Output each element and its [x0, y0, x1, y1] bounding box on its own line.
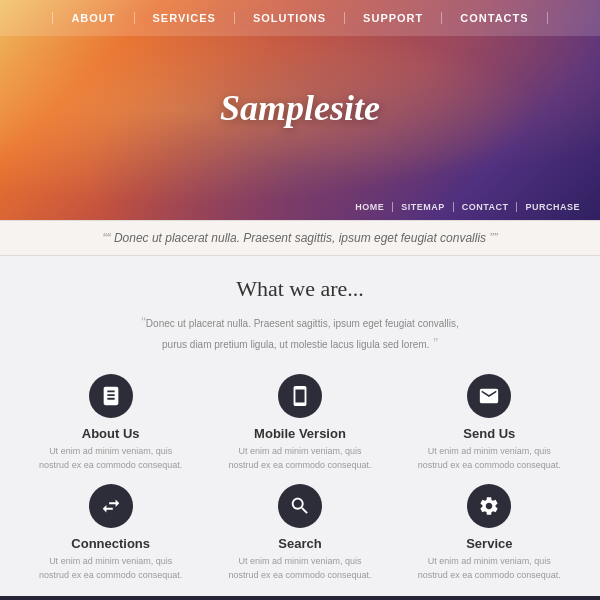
feature-mobile-desc: Ut enim ad minim veniam, quis nostrud ex…	[225, 445, 375, 472]
feature-search-title: Search	[278, 536, 321, 551]
feature-sendus-desc: Ut enim ad minim veniam, quis nostrud ex…	[414, 445, 564, 472]
nav-item-support[interactable]: Support	[345, 12, 442, 24]
feature-search-desc: Ut enim ad minim veniam, quis nostrud ex…	[225, 555, 375, 582]
main-content: What we are... Donec ut placerat nulla. …	[0, 256, 600, 596]
feature-mobile-title: Mobile Version	[254, 426, 346, 441]
mobile-version-icon	[278, 374, 322, 418]
feature-connections-desc: Ut enim ad minim veniam, quis nostrud ex…	[36, 555, 186, 582]
nav-item-solutions[interactable]: Solutions	[235, 12, 345, 24]
hero-subnav-sitemap[interactable]: Sitemap	[393, 202, 454, 212]
section-description: Donec ut placerat nulla. Praesent sagitt…	[130, 312, 470, 354]
nav-item-contacts[interactable]: Contacts	[442, 12, 547, 24]
main-nav: About Services Solutions Support Contact…	[0, 0, 600, 36]
feature-mobile-version: Mobile Version Ut enim ad minim veniam, …	[209, 374, 390, 472]
section-title: What we are...	[20, 276, 580, 302]
feature-sendus-title: Send Us	[463, 426, 515, 441]
feature-send-us: Send Us Ut enim ad minim veniam, quis no…	[399, 374, 580, 472]
feature-service: Service Ut enim ad minim veniam, quis no…	[399, 484, 580, 582]
nav-item-about[interactable]: About	[52, 12, 134, 24]
feature-connections: Connections Ut enim ad minim veniam, qui…	[20, 484, 201, 582]
features-grid: About Us Ut enim ad minim veniam, quis n…	[20, 374, 580, 582]
nav-item-services[interactable]: Services	[135, 12, 235, 24]
quote-text: Donec ut placerat nulla. Praesent sagitt…	[114, 231, 486, 245]
feature-service-title: Service	[466, 536, 512, 551]
send-us-icon	[467, 374, 511, 418]
feature-service-desc: Ut enim ad minim veniam, quis nostrud ex…	[414, 555, 564, 582]
feature-search: Search Ut enim ad minim veniam, quis nos…	[209, 484, 390, 582]
quote-banner: Donec ut placerat nulla. Praesent sagitt…	[0, 220, 600, 256]
feature-about-us: About Us Ut enim ad minim veniam, quis n…	[20, 374, 201, 472]
hero-subnav-home[interactable]: Home	[347, 202, 393, 212]
feature-about-us-title: About Us	[82, 426, 140, 441]
hero-subnav-purchase[interactable]: Purchase	[517, 202, 588, 212]
about-us-icon	[89, 374, 133, 418]
hero-subnav-contact[interactable]: Contact	[454, 202, 518, 212]
site-footer: WWW.SAMPLESITE.COM | @SAMPLESITE About S…	[0, 596, 600, 600]
feature-connections-title: Connections	[71, 536, 150, 551]
hero-title: Samplesite	[220, 87, 380, 129]
connections-icon	[89, 484, 133, 528]
search-icon	[278, 484, 322, 528]
hero-subnav: Home Sitemap Contact Purchase	[347, 202, 588, 212]
service-icon	[467, 484, 511, 528]
feature-about-us-desc: Ut enim ad minim veniam, quis nostrud ex…	[36, 445, 186, 472]
